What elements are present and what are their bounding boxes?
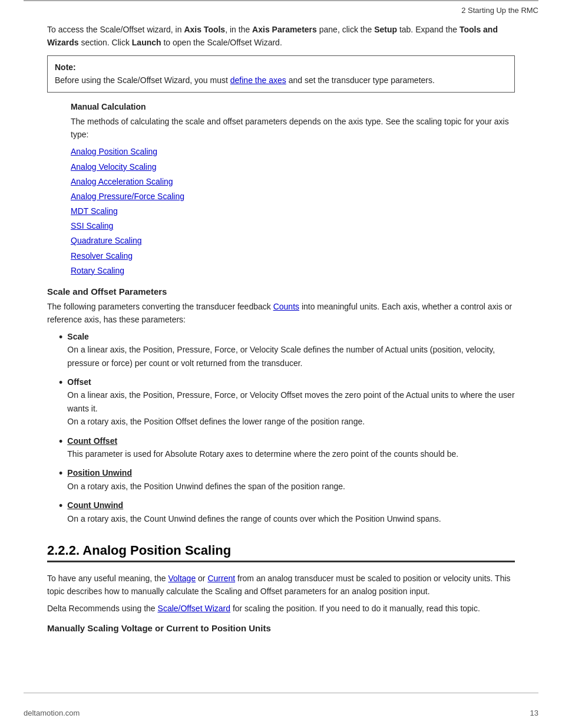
bullet-offset: • Offset On a linear axis, the Position,… — [59, 375, 515, 429]
define-axes-link[interactable]: define the axes — [230, 75, 286, 85]
scale-offset-heading: Scale and Offset Parameters — [47, 286, 515, 297]
chapter-title: 2 Starting Up the RMC — [461, 6, 538, 15]
header-bar: 2 Starting Up the RMC — [0, 1, 562, 17]
scale-text: On a linear axis, the Position, Pressure… — [67, 345, 495, 367]
analog-text5: for scaling the position. If you need to… — [230, 604, 480, 613]
current-link[interactable]: Current — [207, 574, 235, 583]
link-analog-acceleration: Analog Acceleration Scaling — [71, 174, 515, 189]
voltage-link[interactable]: Voltage — [168, 574, 196, 583]
manually-scaling-heading: Manually Scaling Voltage or Current to P… — [47, 623, 515, 633]
analog-para1: To have any useful meaning, the Voltage … — [47, 572, 515, 598]
intro-text-2: , in the — [225, 25, 252, 34]
intro-text-5: section. Click — [79, 38, 132, 47]
bullet-content-count-offset: Count Offset This parameter is used for … — [67, 434, 458, 461]
bullet-content-scale: Scale On a linear axis, the Position, Pr… — [67, 330, 515, 370]
note-label: Note: — [55, 62, 76, 72]
main-content: To access the Scale/Offset wizard, in Ax… — [0, 17, 562, 672]
intro-text-6: to open the Scale/Offset Wizard. — [161, 38, 282, 47]
link-mdt: MDT Scaling — [71, 204, 515, 219]
axis-parameters-bold: Axis Parameters — [252, 25, 317, 34]
bullet-position-unwind: • Position Unwind On a rotary axis, the … — [59, 466, 515, 493]
position-unwind-text: On a rotary axis, the Position Unwind de… — [67, 482, 345, 491]
note-text-2: and set the transducer type parameters. — [286, 75, 435, 85]
bullet-count-offset: • Count Offset This parameter is used fo… — [59, 434, 515, 461]
bullet-content-offset: Offset On a linear axis, the Position, P… — [67, 375, 515, 429]
analog-section-title: 2.2.2. Analog Position Scaling — [47, 543, 515, 558]
bullet-dot-count-offset: • — [59, 434, 62, 449]
bullet-list: • Scale On a linear axis, the Position, … — [59, 330, 515, 525]
count-unwind-term: Count Unwind — [67, 500, 123, 510]
analog-text2: or — [196, 574, 207, 583]
axis-tools-bold: Axis Tools — [184, 25, 225, 34]
footer-page: 13 — [530, 709, 538, 717]
link-ssi: SSI Scaling — [71, 219, 515, 233]
link-rotary: Rotary Scaling — [71, 263, 515, 278]
launch-bold: Launch — [132, 38, 161, 47]
link-analog-pressure: Analog Pressure/Force Scaling — [71, 189, 515, 204]
intro-text-3: pane, click the — [317, 25, 374, 34]
analog-section-heading-block: 2.2.2. Analog Position Scaling — [47, 543, 515, 562]
link-analog-position: Analog Position Scaling — [71, 144, 515, 159]
note-text-1: Before using the Scale/Offset Wizard, yo… — [55, 75, 230, 85]
bullet-dot-scale: • — [59, 330, 62, 345]
count-offset-term: Count Offset — [67, 436, 117, 446]
scaling-links-list: Analog Position Scaling Analog Velocity … — [71, 144, 515, 278]
footer-rule — [24, 693, 538, 693]
link-quadrature: Quadrature Scaling — [71, 233, 515, 248]
footer-bar: deltamotion.com 13 — [0, 709, 562, 717]
counts-link[interactable]: Counts — [273, 302, 299, 311]
scale-offset-text1: The following parameters converting the … — [47, 302, 273, 311]
analog-text4: Delta Recommends using the — [47, 604, 158, 613]
analog-text1: To have any useful meaning, the — [47, 574, 168, 583]
bullet-count-unwind: • Count Unwind On a rotary axis, the Cou… — [59, 499, 515, 525]
manual-calc-para: The methods of calculating the scale and… — [71, 115, 515, 141]
footer-site: deltamotion.com — [24, 709, 80, 717]
link-resolver: Resolver Scaling — [71, 249, 515, 263]
note-box: Note: Before using the Scale/Offset Wiza… — [47, 55, 515, 93]
page: 2 Starting Up the RMC To access the Scal… — [0, 0, 562, 728]
setup-bold: Setup — [374, 25, 397, 34]
intro-text-4: tab. Expand the — [397, 25, 459, 34]
scale-offset-wizard-link[interactable]: Scale/Offset Wizard — [158, 604, 230, 613]
scale-term: Scale — [67, 332, 89, 341]
scale-offset-para: The following parameters converting the … — [47, 300, 515, 327]
offset-text1: On a linear axis, the Position, Pressure… — [67, 390, 514, 413]
intro-text-1: To access the Scale/Offset wizard, in — [47, 25, 184, 34]
position-unwind-term: Position Unwind — [67, 468, 132, 477]
bullet-content-position-unwind: Position Unwind On a rotary axis, the Po… — [67, 466, 345, 493]
count-offset-text: This parameter is used for Absolute Rota… — [67, 449, 458, 459]
link-analog-velocity: Analog Velocity Scaling — [71, 160, 515, 174]
count-unwind-text: On a rotary axis, the Count Unwind defin… — [67, 514, 441, 523]
bullet-dot-count-unwind: • — [59, 499, 62, 513]
manual-calc-heading: Manual Calculation — [71, 102, 515, 111]
bullet-dot-offset: • — [59, 375, 62, 390]
offset-text2: On a rotary axis, the Position Offset de… — [67, 417, 365, 426]
offset-term: Offset — [67, 377, 91, 387]
analog-para2: Delta Recommends using the Scale/Offset … — [47, 602, 515, 615]
bullet-dot-position-unwind: • — [59, 466, 62, 481]
intro-paragraph: To access the Scale/Offset wizard, in Ax… — [47, 23, 515, 50]
bullet-content-count-unwind: Count Unwind On a rotary axis, the Count… — [67, 499, 441, 525]
bullet-scale: • Scale On a linear axis, the Position, … — [59, 330, 515, 370]
